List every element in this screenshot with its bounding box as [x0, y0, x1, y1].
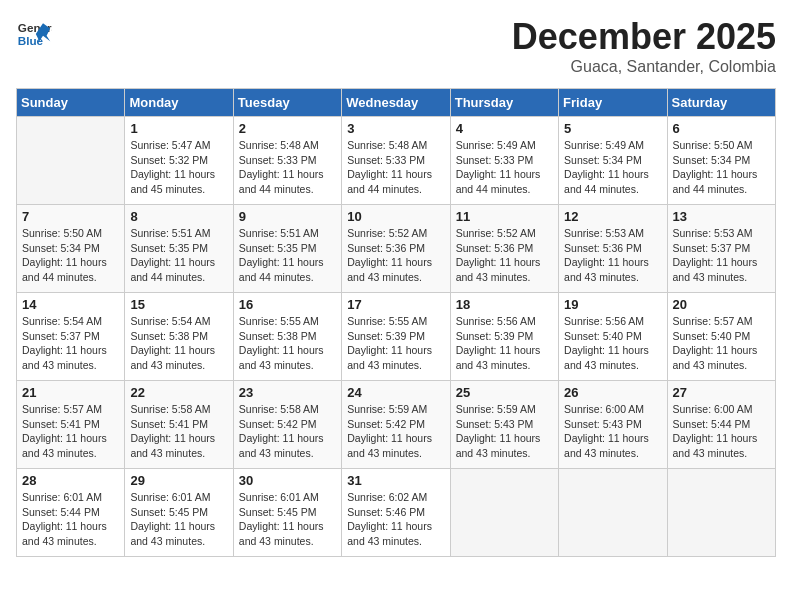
day-number: 21 — [22, 385, 119, 400]
day-number: 20 — [673, 297, 770, 312]
day-number: 5 — [564, 121, 661, 136]
header: General Blue December 2025 Guaca, Santan… — [16, 16, 776, 76]
calendar-cell: 2Sunrise: 5:48 AM Sunset: 5:33 PM Daylig… — [233, 117, 341, 205]
day-detail: Sunrise: 5:47 AM Sunset: 5:32 PM Dayligh… — [130, 138, 227, 197]
calendar-cell: 18Sunrise: 5:56 AM Sunset: 5:39 PM Dayli… — [450, 293, 558, 381]
calendar-cell: 28Sunrise: 6:01 AM Sunset: 5:44 PM Dayli… — [17, 469, 125, 557]
day-number: 24 — [347, 385, 444, 400]
calendar-cell: 20Sunrise: 5:57 AM Sunset: 5:40 PM Dayli… — [667, 293, 775, 381]
calendar-table: SundayMondayTuesdayWednesdayThursdayFrid… — [16, 88, 776, 557]
day-detail: Sunrise: 5:57 AM Sunset: 5:40 PM Dayligh… — [673, 314, 770, 373]
day-detail: Sunrise: 5:53 AM Sunset: 5:37 PM Dayligh… — [673, 226, 770, 285]
calendar-cell: 16Sunrise: 5:55 AM Sunset: 5:38 PM Dayli… — [233, 293, 341, 381]
calendar-cell: 22Sunrise: 5:58 AM Sunset: 5:41 PM Dayli… — [125, 381, 233, 469]
day-number: 22 — [130, 385, 227, 400]
day-detail: Sunrise: 5:56 AM Sunset: 5:39 PM Dayligh… — [456, 314, 553, 373]
calendar-cell — [17, 117, 125, 205]
day-number: 30 — [239, 473, 336, 488]
calendar-cell: 13Sunrise: 5:53 AM Sunset: 5:37 PM Dayli… — [667, 205, 775, 293]
weekday-header-friday: Friday — [559, 89, 667, 117]
day-number: 15 — [130, 297, 227, 312]
day-detail: Sunrise: 5:57 AM Sunset: 5:41 PM Dayligh… — [22, 402, 119, 461]
day-number: 4 — [456, 121, 553, 136]
calendar-cell: 12Sunrise: 5:53 AM Sunset: 5:36 PM Dayli… — [559, 205, 667, 293]
calendar-cell: 9Sunrise: 5:51 AM Sunset: 5:35 PM Daylig… — [233, 205, 341, 293]
day-number: 10 — [347, 209, 444, 224]
day-number: 12 — [564, 209, 661, 224]
day-number: 13 — [673, 209, 770, 224]
day-number: 27 — [673, 385, 770, 400]
calendar-cell: 30Sunrise: 6:01 AM Sunset: 5:45 PM Dayli… — [233, 469, 341, 557]
logo: General Blue — [16, 16, 52, 52]
calendar-cell: 25Sunrise: 5:59 AM Sunset: 5:43 PM Dayli… — [450, 381, 558, 469]
day-number: 6 — [673, 121, 770, 136]
logo-icon: General Blue — [16, 16, 52, 52]
day-detail: Sunrise: 6:01 AM Sunset: 5:45 PM Dayligh… — [239, 490, 336, 549]
day-number: 8 — [130, 209, 227, 224]
calendar-cell: 15Sunrise: 5:54 AM Sunset: 5:38 PM Dayli… — [125, 293, 233, 381]
day-number: 18 — [456, 297, 553, 312]
day-number: 3 — [347, 121, 444, 136]
weekday-header-saturday: Saturday — [667, 89, 775, 117]
day-detail: Sunrise: 5:58 AM Sunset: 5:42 PM Dayligh… — [239, 402, 336, 461]
weekday-header-thursday: Thursday — [450, 89, 558, 117]
day-number: 17 — [347, 297, 444, 312]
day-detail: Sunrise: 5:54 AM Sunset: 5:37 PM Dayligh… — [22, 314, 119, 373]
day-detail: Sunrise: 6:01 AM Sunset: 5:45 PM Dayligh… — [130, 490, 227, 549]
location-subtitle: Guaca, Santander, Colombia — [512, 58, 776, 76]
title-area: December 2025 Guaca, Santander, Colombia — [512, 16, 776, 76]
day-detail: Sunrise: 5:54 AM Sunset: 5:38 PM Dayligh… — [130, 314, 227, 373]
day-detail: Sunrise: 5:51 AM Sunset: 5:35 PM Dayligh… — [130, 226, 227, 285]
day-number: 29 — [130, 473, 227, 488]
day-number: 9 — [239, 209, 336, 224]
month-title: December 2025 — [512, 16, 776, 58]
weekday-header-tuesday: Tuesday — [233, 89, 341, 117]
calendar-cell: 7Sunrise: 5:50 AM Sunset: 5:34 PM Daylig… — [17, 205, 125, 293]
calendar-cell: 5Sunrise: 5:49 AM Sunset: 5:34 PM Daylig… — [559, 117, 667, 205]
calendar-cell: 3Sunrise: 5:48 AM Sunset: 5:33 PM Daylig… — [342, 117, 450, 205]
day-detail: Sunrise: 5:49 AM Sunset: 5:33 PM Dayligh… — [456, 138, 553, 197]
day-number: 31 — [347, 473, 444, 488]
day-number: 7 — [22, 209, 119, 224]
calendar-cell: 1Sunrise: 5:47 AM Sunset: 5:32 PM Daylig… — [125, 117, 233, 205]
day-detail: Sunrise: 5:51 AM Sunset: 5:35 PM Dayligh… — [239, 226, 336, 285]
day-detail: Sunrise: 5:48 AM Sunset: 5:33 PM Dayligh… — [239, 138, 336, 197]
calendar-cell: 19Sunrise: 5:56 AM Sunset: 5:40 PM Dayli… — [559, 293, 667, 381]
day-number: 23 — [239, 385, 336, 400]
calendar-cell: 6Sunrise: 5:50 AM Sunset: 5:34 PM Daylig… — [667, 117, 775, 205]
day-number: 1 — [130, 121, 227, 136]
day-detail: Sunrise: 6:00 AM Sunset: 5:43 PM Dayligh… — [564, 402, 661, 461]
calendar-cell: 4Sunrise: 5:49 AM Sunset: 5:33 PM Daylig… — [450, 117, 558, 205]
day-detail: Sunrise: 5:52 AM Sunset: 5:36 PM Dayligh… — [456, 226, 553, 285]
day-detail: Sunrise: 5:58 AM Sunset: 5:41 PM Dayligh… — [130, 402, 227, 461]
day-detail: Sunrise: 5:59 AM Sunset: 5:43 PM Dayligh… — [456, 402, 553, 461]
day-detail: Sunrise: 6:02 AM Sunset: 5:46 PM Dayligh… — [347, 490, 444, 549]
weekday-header-wednesday: Wednesday — [342, 89, 450, 117]
day-number: 11 — [456, 209, 553, 224]
calendar-cell: 29Sunrise: 6:01 AM Sunset: 5:45 PM Dayli… — [125, 469, 233, 557]
day-detail: Sunrise: 5:48 AM Sunset: 5:33 PM Dayligh… — [347, 138, 444, 197]
day-detail: Sunrise: 5:50 AM Sunset: 5:34 PM Dayligh… — [673, 138, 770, 197]
day-detail: Sunrise: 5:55 AM Sunset: 5:38 PM Dayligh… — [239, 314, 336, 373]
calendar-cell: 8Sunrise: 5:51 AM Sunset: 5:35 PM Daylig… — [125, 205, 233, 293]
calendar-cell: 23Sunrise: 5:58 AM Sunset: 5:42 PM Dayli… — [233, 381, 341, 469]
day-detail: Sunrise: 5:49 AM Sunset: 5:34 PM Dayligh… — [564, 138, 661, 197]
calendar-cell: 11Sunrise: 5:52 AM Sunset: 5:36 PM Dayli… — [450, 205, 558, 293]
calendar-cell — [450, 469, 558, 557]
weekday-header-sunday: Sunday — [17, 89, 125, 117]
weekday-header-monday: Monday — [125, 89, 233, 117]
calendar-cell: 24Sunrise: 5:59 AM Sunset: 5:42 PM Dayli… — [342, 381, 450, 469]
day-detail: Sunrise: 5:52 AM Sunset: 5:36 PM Dayligh… — [347, 226, 444, 285]
calendar-cell: 17Sunrise: 5:55 AM Sunset: 5:39 PM Dayli… — [342, 293, 450, 381]
day-number: 28 — [22, 473, 119, 488]
calendar-cell: 26Sunrise: 6:00 AM Sunset: 5:43 PM Dayli… — [559, 381, 667, 469]
calendar-cell: 31Sunrise: 6:02 AM Sunset: 5:46 PM Dayli… — [342, 469, 450, 557]
day-number: 14 — [22, 297, 119, 312]
day-detail: Sunrise: 5:55 AM Sunset: 5:39 PM Dayligh… — [347, 314, 444, 373]
calendar-cell: 21Sunrise: 5:57 AM Sunset: 5:41 PM Dayli… — [17, 381, 125, 469]
calendar-cell — [559, 469, 667, 557]
calendar-cell: 10Sunrise: 5:52 AM Sunset: 5:36 PM Dayli… — [342, 205, 450, 293]
day-number: 2 — [239, 121, 336, 136]
day-detail: Sunrise: 6:01 AM Sunset: 5:44 PM Dayligh… — [22, 490, 119, 549]
day-detail: Sunrise: 5:53 AM Sunset: 5:36 PM Dayligh… — [564, 226, 661, 285]
